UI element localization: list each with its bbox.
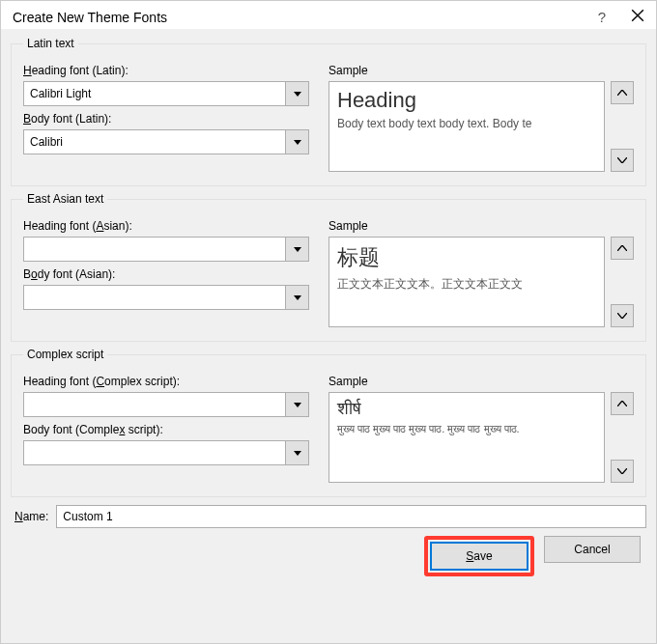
- body-font-asian-label: Body font (Asian):: [23, 267, 313, 281]
- body-font-complex-input[interactable]: [24, 441, 285, 464]
- spin-up-icon[interactable]: [611, 81, 634, 104]
- heading-font-complex-label: Heading font (Complex script):: [23, 375, 313, 388]
- name-row: Name:: [14, 505, 646, 528]
- cancel-button[interactable]: Cancel: [544, 536, 641, 563]
- heading-font-asian-label: Heading font (Asian):: [23, 219, 313, 233]
- sample-heading-text: 标题: [337, 243, 596, 272]
- spin-up-icon[interactable]: [611, 237, 634, 260]
- complex-legend: Complex script: [23, 348, 107, 361]
- dialog-title: Create New Theme Fonts: [13, 10, 592, 25]
- body-font-complex-combo[interactable]: [23, 440, 309, 465]
- sample-heading-text: Heading: [337, 88, 596, 113]
- body-font-latin-label: Body font (Latin):: [23, 112, 313, 126]
- sample-body-text: मुख्य पाठ मुख्य पाठ मुख्य पाठ. मुख्य पाठ…: [337, 423, 596, 435]
- east-asian-text-group: East Asian text Heading font (Asian): Bo…: [11, 192, 646, 342]
- spin-down-icon[interactable]: [611, 149, 634, 172]
- chevron-down-icon[interactable]: [285, 441, 308, 464]
- asian-legend: East Asian text: [23, 192, 107, 206]
- save-highlight: Save: [424, 536, 534, 576]
- sample-label: Sample: [328, 64, 634, 77]
- save-button[interactable]: Save: [431, 543, 528, 570]
- asian-sample-box: 标题 正文文本正文文本。正文文本正文文: [328, 237, 605, 327]
- heading-font-asian-combo[interactable]: [23, 237, 309, 262]
- chevron-down-icon[interactable]: [285, 130, 308, 154]
- close-icon[interactable]: [631, 9, 644, 25]
- titlebar: Create New Theme Fonts ?: [1, 1, 656, 29]
- spin-down-icon[interactable]: [611, 460, 634, 483]
- complex-script-group: Complex script Heading font (Complex scr…: [11, 348, 646, 497]
- heading-font-complex-combo[interactable]: [23, 392, 309, 417]
- latin-text-group: Latin text Heading font (Latin): Body fo…: [11, 37, 646, 186]
- latin-sample-box: Heading Body text body text body text. B…: [328, 81, 605, 172]
- body-font-latin-combo[interactable]: [23, 129, 309, 154]
- name-input[interactable]: [56, 505, 646, 528]
- complex-sample-box: शीर्ष मुख्य पाठ मुख्य पाठ मुख्य पाठ. मुख…: [328, 392, 605, 483]
- heading-font-latin-label: Heading font (Latin):: [23, 64, 313, 77]
- chevron-down-icon[interactable]: [285, 286, 308, 309]
- spin-down-icon[interactable]: [611, 304, 634, 327]
- heading-font-latin-combo[interactable]: [23, 81, 309, 106]
- titlebar-controls: ?: [592, 9, 644, 25]
- latin-legend: Latin text: [23, 37, 78, 50]
- chevron-down-icon[interactable]: [285, 393, 308, 416]
- spin-up-icon[interactable]: [611, 392, 634, 415]
- chevron-down-icon[interactable]: [285, 238, 308, 261]
- body-font-complex-label: Body font (Complex script):: [23, 423, 313, 436]
- sample-body-text: Body text body text body text. Body te: [337, 117, 596, 130]
- button-row: Save Cancel: [11, 536, 646, 576]
- help-icon[interactable]: ?: [592, 9, 612, 25]
- heading-font-asian-input[interactable]: [24, 238, 285, 261]
- chevron-down-icon[interactable]: [285, 82, 308, 105]
- body-font-asian-input[interactable]: [24, 286, 285, 309]
- body-font-latin-input[interactable]: [24, 130, 285, 154]
- name-label: Name:: [14, 510, 48, 523]
- heading-font-complex-input[interactable]: [24, 393, 285, 416]
- body-font-asian-combo[interactable]: [23, 285, 309, 310]
- sample-label: Sample: [328, 219, 634, 233]
- heading-font-latin-input[interactable]: [24, 82, 285, 105]
- dialog-body: Latin text Heading font (Latin): Body fo…: [1, 29, 656, 586]
- sample-label: Sample: [328, 375, 634, 388]
- sample-heading-text: शीर्ष: [337, 399, 596, 419]
- sample-body-text: 正文文本正文文本。正文文本正文文: [337, 276, 596, 293]
